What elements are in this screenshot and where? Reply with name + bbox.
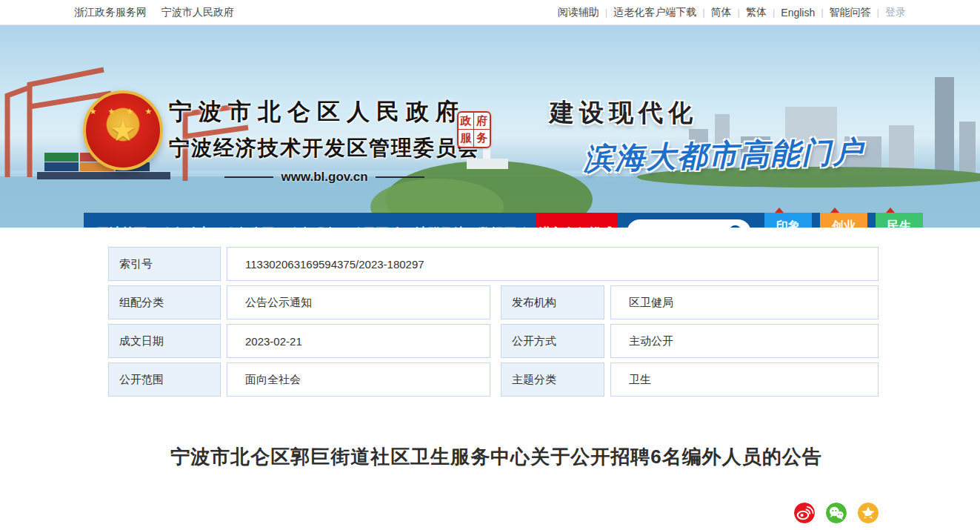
portal-impression-gangcheng[interactable]: 印象 港城 [764, 213, 812, 228]
nav-home[interactable]: 网站首页 [92, 225, 151, 228]
top-utility-bar: 浙江政务服务网 宁波市人民政府 阅读辅助| 适老化客户端下载| 简体| 繁体| … [0, 0, 980, 25]
separator: | [773, 7, 775, 18]
link-smart-qa[interactable]: 智能问答 [830, 6, 871, 19]
banner-slogan-line1: 建设现代化 [550, 96, 698, 130]
nav-open-data[interactable]: 数据开放 [474, 225, 533, 228]
meta-label-category: 组配分类 [108, 285, 221, 319]
meta-value-scope: 面向全社会 [227, 362, 490, 397]
separator: | [702, 7, 704, 18]
nav-gov-news[interactable]: 政务动态 [156, 225, 215, 228]
document-meta-table: 索引号 113302063169594375/2023-180297 组配分类 … [108, 247, 879, 397]
meta-label-topic: 主题分类 [501, 362, 604, 397]
link-english[interactable]: English [781, 7, 815, 19]
emblem-star-icon: ★ [110, 116, 136, 145]
meta-label-issuing-agency: 发布机构 [501, 285, 604, 319]
separator: | [821, 7, 823, 18]
weibo-share-icon[interactable] [794, 503, 815, 523]
table-row: 索引号 113302063169594375/2023-180297 [108, 247, 879, 281]
meta-value-index-number: 113302063169594375/2023-180297 [227, 247, 879, 281]
meta-label-disclosure-method: 公开方式 [501, 324, 604, 358]
nav-site-group[interactable]: 站群导航 [410, 225, 470, 228]
meta-label-scope: 公开范围 [108, 362, 221, 397]
topbar-left-links: 浙江政务服务网 宁波市人民政府 [74, 6, 234, 19]
separator: | [877, 7, 879, 18]
portal-buttons: 印象 港城 创业 港城 民生 港城 [764, 213, 923, 228]
national-emblem: ★ ★ ★ ★ ★ [83, 90, 163, 170]
link-reading-assist[interactable]: 阅读辅助 [558, 6, 599, 19]
meta-value-issuing-agency: 区卫健局 [610, 285, 879, 319]
elder-mode-button[interactable]: 进入老年模式 [536, 213, 617, 228]
link-ningbo-gov[interactable]: 宁波市人民政府 [161, 6, 234, 19]
separator: | [738, 7, 740, 18]
link-login[interactable]: 登录 [885, 6, 906, 19]
meta-value-topic: 卫生 [610, 362, 879, 397]
meta-value-disclosure-method: 主动公开 [610, 324, 879, 358]
link-elder-client-download[interactable]: 适老化客户端下载 [613, 6, 696, 19]
link-simplified-chinese[interactable]: 简体 [711, 6, 732, 19]
nav-gov-services[interactable]: 政务服务 [283, 225, 342, 228]
government-service-seal: 政 府 服 务 [457, 111, 491, 148]
table-row: 成文日期 2023-02-21 公开方式 主动公开 [108, 324, 879, 358]
site-banner: ★ ★ ★ ★ ★ 宁波市北仑区人民政府 宁波经济技术开发区管理委员会 www.… [0, 25, 980, 228]
portal-entrepreneurship-gangcheng[interactable]: 创业 港城 [820, 213, 867, 228]
nav-public-interaction[interactable]: 政民互动 [347, 225, 406, 228]
table-row: 公开范围 面向全社会 主题分类 卫生 [108, 362, 879, 397]
link-zhejiang-gov-services[interactable]: 浙江政务服务网 [74, 6, 147, 19]
table-row: 组配分类 公告公示通知 发布机构 区卫健局 [108, 285, 879, 319]
meta-value-category: 公告公示通知 [227, 285, 490, 319]
separator: | [605, 7, 607, 18]
main-content: 索引号 113302063169594375/2023-180297 组配分类 … [0, 228, 980, 523]
search-input[interactable] [639, 228, 726, 228]
main-navigation: 网站首页 政务动态 政务公开 政务服务 政民互动 站群导航 数据开放 进入老年模… [84, 213, 909, 228]
link-traditional-chinese[interactable]: 繁体 [746, 6, 767, 19]
site-url: www.bl.gov.cn [169, 170, 480, 185]
site-title-line1: 宁波市北仑区人民政府 [169, 96, 480, 127]
site-title-line2: 宁波经济技术开发区管理委员会 [169, 134, 480, 162]
site-identity: 宁波市北仑区人民政府 宁波经济技术开发区管理委员会 www.bl.gov.cn [169, 96, 480, 185]
wechat-share-icon[interactable] [826, 503, 847, 523]
topbar-right-links: 阅读辅助| 适老化客户端下载| 简体| 繁体| English| 智能问答| 登… [558, 6, 906, 19]
share-buttons [84, 503, 909, 523]
meta-label-index-number: 索引号 [108, 247, 221, 281]
nav-menu: 网站首页 政务动态 政务公开 政务服务 政民互动 站群导航 数据开放 [84, 225, 536, 228]
qzone-share-icon[interactable] [858, 503, 879, 523]
nav-gov-disclosure[interactable]: 政务公开 [219, 225, 279, 228]
meta-label-date: 成文日期 [108, 324, 221, 358]
search-button[interactable] [726, 222, 747, 228]
search-icon [727, 224, 745, 228]
banner-slogan-line2: 滨海大都市高能门户 [583, 131, 864, 179]
search-box [627, 219, 751, 228]
article-title: 宁波市北仑区郭巨街道社区卫生服务中心关于公开招聘6名编外人员的公告 [84, 444, 909, 470]
portal-livelihood-gangcheng[interactable]: 民生 港城 [876, 213, 923, 228]
meta-value-date: 2023-02-21 [227, 324, 490, 358]
